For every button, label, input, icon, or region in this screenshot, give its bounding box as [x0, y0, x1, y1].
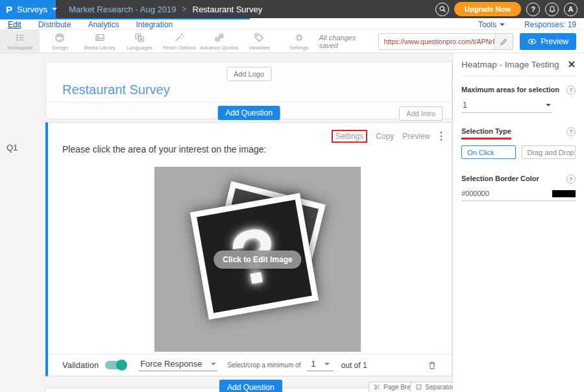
question-actions: Settings Copy Preview [332, 130, 444, 143]
tag-icon [253, 32, 265, 43]
progress-line [0, 18, 250, 19]
tools-label: Tools [478, 20, 496, 29]
breadcrumb-parent[interactable]: Market Research - Aug 2019 [69, 5, 176, 14]
option-drag-and-drop[interactable]: Drag and Drop [522, 145, 576, 159]
min-value-select[interactable]: 1 [307, 359, 333, 371]
close-icon [568, 60, 576, 68]
color-swatch [552, 190, 576, 197]
toolbar-item-design[interactable]: Design [40, 30, 79, 53]
breadcrumb-current: Restaurant Survey [193, 5, 263, 14]
bell-icon [548, 5, 556, 13]
preview-button[interactable]: Preview [520, 33, 576, 50]
surveys-menu[interactable]: P Surveys [0, 0, 56, 18]
validation-toggle[interactable] [105, 361, 126, 369]
pencil-icon [500, 37, 508, 45]
question-copy-button[interactable]: Copy [376, 132, 394, 141]
account-avatar[interactable]: A [564, 3, 578, 16]
question-card: Settings Copy Preview Please click the a… [45, 122, 452, 376]
tools-dropdown[interactable]: Tools [478, 20, 505, 29]
edit-url-button[interactable] [494, 34, 513, 49]
border-color-picker[interactable]: #000000 [461, 184, 576, 201]
add-logo-button[interactable]: Add Logo [226, 67, 271, 81]
tab-edit[interactable]: Edit [8, 20, 21, 29]
chevron-down-icon [52, 8, 57, 10]
tab-analytics[interactable]: Analytics [88, 20, 119, 29]
toolbar-item-finish-options[interactable]: Finish Options [160, 30, 199, 53]
toolbar-right: All changes saved https://www.questionpr… [319, 30, 584, 53]
chevron-down-icon [211, 363, 216, 365]
survey-title[interactable]: Restaurant Survey [62, 82, 170, 97]
selection-type-label: Selection Type [461, 127, 511, 140]
question-code: Q1 [6, 143, 18, 153]
option-on-click[interactable]: On Click [461, 145, 516, 159]
search-button[interactable] [435, 3, 449, 16]
main-nav: Edit Distribute Analytics Integration To… [0, 18, 584, 30]
max-areas-select[interactable]: 1 [461, 95, 552, 113]
add-question-button-top[interactable]: Add Question [217, 106, 280, 120]
separator-icon [415, 384, 422, 391]
question-text[interactable]: Please click the area of your interest o… [62, 144, 266, 154]
toolbar-item-languages[interactable]: Languages [119, 30, 159, 53]
upgrade-now-button[interactable]: Upgrade Now [454, 2, 521, 16]
toggle-knob [116, 360, 127, 371]
top-bar: P Surveys Market Research - Aug 2019 > R… [0, 0, 584, 18]
nav-right: Tools Responses: 19 [478, 20, 576, 29]
max-value-label: out of 1 [341, 361, 367, 370]
wand-icon [173, 32, 185, 43]
min-value: 1 [311, 359, 315, 369]
selection-type-options: On Click Drag and Drop [461, 145, 576, 159]
toolbar-item-advance-quotas[interactable]: Advance Quotas [199, 30, 239, 53]
chevron-down-icon [546, 104, 551, 106]
toolbar-item-settings[interactable]: Settings [279, 30, 319, 53]
validation-type-select[interactable]: Force Response [139, 359, 217, 371]
quota-gears-icon [213, 32, 225, 43]
toolbar-item-label: Finish Options [163, 45, 196, 51]
toolbar-item-label: Media Library [84, 45, 115, 51]
help-icon[interactable]: ? [566, 127, 576, 136]
eye-icon [528, 38, 537, 45]
gear-icon [293, 32, 305, 43]
trash-icon [427, 360, 437, 371]
toolbar-item-workspace[interactable]: Workspace [0, 30, 40, 53]
help-icon[interactable]: ? [566, 86, 576, 95]
toolbar-item-label: Advance Quotas [200, 45, 238, 51]
responses-count[interactable]: Responses: 19 [524, 20, 576, 29]
delete-question-button[interactable] [427, 360, 437, 371]
toolbar-item-media-library[interactable]: Media Library [80, 30, 119, 53]
panel-close-button[interactable] [568, 60, 576, 68]
toolbar-item-label: Settings [289, 45, 308, 51]
toolbar-item-label: Languages [127, 45, 152, 51]
click-to-edit-image-button[interactable]: Click to Edit Image [213, 251, 301, 269]
add-intro-button[interactable]: Add Intro [399, 106, 443, 121]
divider [46, 102, 452, 103]
product-label: Surveys [17, 5, 47, 14]
help-icon[interactable]: ? [566, 175, 576, 184]
notifications-button[interactable] [545, 3, 559, 16]
question-settings-button[interactable]: Settings [332, 130, 367, 143]
survey-url-box: https://www.questionpro.com/t/APNrFZ [378, 33, 514, 50]
separator-label: Separator [425, 384, 454, 391]
selection-type-field: Selection Type ? [461, 127, 576, 140]
max-areas-label: Maximum areas for selection [461, 86, 559, 93]
validation-label: Validation [62, 360, 99, 370]
max-areas-value: 1 [463, 101, 467, 110]
questionpro-logo: P [6, 4, 12, 15]
border-color-field: Selection Border Color ? [461, 175, 576, 184]
question-preview-button[interactable]: Preview [402, 132, 430, 141]
survey-header-card: Add Logo Restaurant Survey Add Question … [45, 62, 452, 119]
toolbar-item-label: Variables [249, 45, 270, 51]
tab-integration[interactable]: Integration [136, 20, 173, 29]
breadcrumb: Market Research - Aug 2019 > Restaurant … [69, 5, 262, 14]
separator-button[interactable]: Separator [410, 382, 459, 392]
toolbar-item-label: Design [52, 45, 68, 51]
scissors-icon [374, 384, 381, 391]
heatmap-image-placeholder[interactable]: ? Click to Edit Image [154, 167, 361, 352]
tab-distribute[interactable]: Distribute [38, 20, 71, 29]
help-button[interactable]: ? [526, 3, 540, 16]
add-question-button-bottom[interactable]: Add Question [219, 380, 282, 392]
toolbar-item-variables[interactable]: Variables [239, 30, 279, 53]
question-more-menu[interactable] [439, 131, 444, 141]
max-areas-field: Maximum areas for selection ? [461, 86, 576, 95]
survey-url[interactable]: https://www.questionpro.com/t/APNrFZ [379, 38, 495, 45]
toolbar-item-label: Workspace [7, 45, 33, 51]
